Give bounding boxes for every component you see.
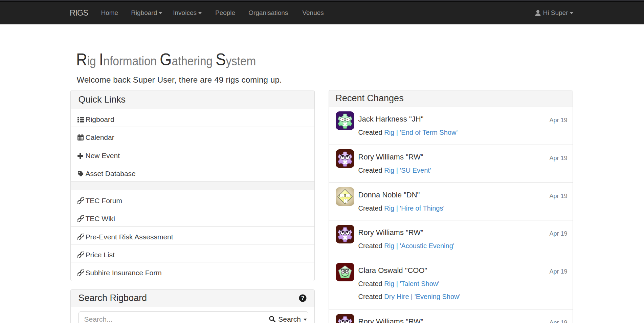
svg-text:?: ?	[301, 295, 304, 301]
